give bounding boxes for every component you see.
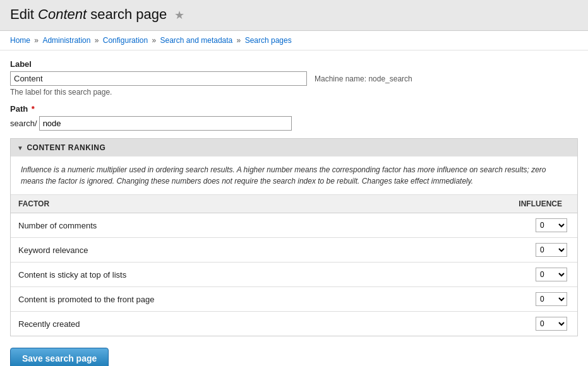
factor-cell: Content is promoted to the front page	[11, 287, 405, 312]
path-field-label: Path *	[10, 104, 578, 114]
ranking-table: FACTOR INFLUENCE Number of comments01234…	[11, 195, 577, 336]
content-ranking-description: Influence is a numeric multiplier used i…	[11, 156, 577, 195]
favorite-icon[interactable]: ★	[174, 9, 184, 21]
influence-cell: 0123456789102050100	[405, 213, 577, 238]
path-required-marker: *	[29, 104, 35, 114]
label-field-description: The label for this search page.	[10, 88, 578, 97]
label-input[interactable]	[10, 71, 307, 86]
ranking-table-header-row: FACTOR INFLUENCE	[11, 195, 577, 213]
machine-name: Machine name: node_search	[315, 74, 412, 83]
table-row: Content is promoted to the front page012…	[11, 287, 577, 312]
title-italic: Content	[38, 6, 87, 22]
page-title-bar: Edit Content search page ★	[0, 0, 588, 31]
influence-cell: 0123456789102050100	[405, 312, 577, 336]
table-row: Number of comments0123456789102050100	[11, 213, 577, 238]
breadcrumb-sep-1: »	[34, 36, 40, 45]
influence-select[interactable]: 0123456789102050100	[536, 292, 567, 306]
breadcrumb: Home » Administration » Configuration » …	[0, 31, 588, 50]
save-search-page-button[interactable]: Save search page	[10, 348, 109, 366]
breadcrumb-sep-3: »	[152, 36, 159, 45]
breadcrumb-sep-2: »	[95, 36, 101, 45]
label-field-group: Label Machine name: node_search The labe…	[10, 59, 578, 97]
content-ranking-section: ▼ CONTENT RANKING Influence is a numeric…	[10, 138, 578, 336]
breadcrumb-search-pages[interactable]: Search pages	[245, 36, 292, 45]
breadcrumb-search-metadata[interactable]: Search and metadata	[160, 36, 233, 45]
breadcrumb-administration[interactable]: Administration	[42, 36, 90, 45]
path-input[interactable]	[39, 116, 292, 131]
collapse-icon: ▼	[17, 145, 23, 151]
title-suffix: search page	[87, 6, 167, 22]
breadcrumb-home[interactable]: Home	[10, 36, 30, 45]
influence-select[interactable]: 0123456789102050100	[536, 268, 567, 281]
table-row: Recently created0123456789102050100	[11, 312, 577, 336]
influence-cell: 0123456789102050100	[405, 238, 577, 263]
content-ranking-title: CONTENT RANKING	[27, 143, 105, 152]
factor-cell: Number of comments	[11, 213, 405, 238]
influence-select[interactable]: 0123456789102050100	[536, 243, 567, 257]
page-title: Edit Content search page ★	[10, 6, 578, 23]
table-row: Content is sticky at top of lists0123456…	[11, 263, 577, 287]
label-field-label: Label	[10, 59, 578, 69]
path-prefix: search/	[10, 119, 37, 128]
content-ranking-header[interactable]: ▼ CONTENT RANKING	[11, 139, 577, 156]
influence-col-header: INFLUENCE	[405, 195, 577, 213]
factor-cell: Content is sticky at top of lists	[11, 263, 405, 287]
influence-select[interactable]: 0123456789102050100	[536, 218, 567, 232]
main-content: Label Machine name: node_search The labe…	[0, 50, 588, 366]
factor-cell: Keyword relevance	[11, 238, 405, 263]
factor-col-header: FACTOR	[11, 195, 405, 213]
factor-cell: Recently created	[11, 312, 405, 336]
influence-cell: 0123456789102050100	[405, 287, 577, 312]
influence-select[interactable]: 0123456789102050100	[536, 317, 567, 331]
path-field-group: Path * search/	[10, 104, 578, 131]
label-field-row: Machine name: node_search	[10, 71, 578, 86]
influence-cell: 0123456789102050100	[405, 263, 577, 287]
breadcrumb-sep-4: »	[237, 36, 243, 45]
table-row: Keyword relevance0123456789102050100	[11, 238, 577, 263]
breadcrumb-configuration[interactable]: Configuration	[103, 36, 148, 45]
path-row: search/	[10, 116, 578, 131]
title-prefix: Edit	[10, 6, 38, 22]
